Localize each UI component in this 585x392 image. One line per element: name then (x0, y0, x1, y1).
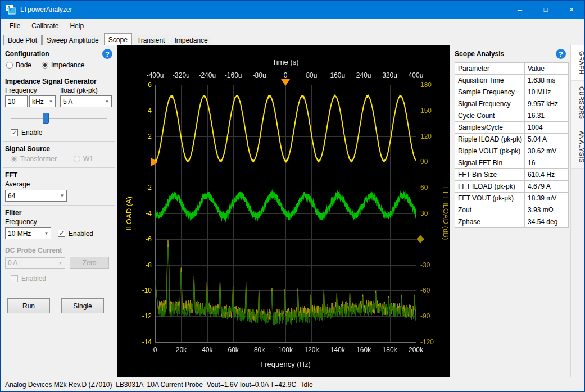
dc-probe-current-select[interactable]: 0 A ▼ (5, 257, 65, 269)
table-row: Zphase34.54 deg (455, 216, 569, 228)
chevron-down-icon: ▼ (56, 261, 65, 266)
chevron-down-icon: ▼ (47, 99, 55, 104)
app-window: LTpowerAnalyzer – □ × FileCalibrateHelp … (0, 0, 585, 392)
parameter-cell: FFT ILOAD (pk-pk) (455, 181, 525, 193)
chevron-down-icon: ▼ (42, 231, 51, 236)
dc-probe-checkbox-box (11, 275, 18, 282)
single-button[interactable]: Single (61, 298, 104, 313)
impedance-radio-circle (42, 62, 48, 69)
parameter-cell: Ripple ILOAD (pk-pk) (455, 134, 525, 145)
dc-probe-enabled-checkbox[interactable]: Enabled (11, 275, 112, 282)
signal-source-section: Signal Source Transformer W1 (1, 142, 117, 167)
menu-item-file[interactable]: File (4, 19, 26, 33)
table-row: Samples/Cycle1004 (455, 122, 569, 134)
tab-bar: Bode PlotSweep AmplitudeScopeTransientIm… (1, 33, 584, 45)
bode-radio-circle (6, 62, 13, 69)
transformer-radio-circle (11, 156, 17, 162)
parameter-cell: Cycle Count (455, 110, 525, 122)
fft-section: FFT Average 64 ▼ (1, 168, 117, 205)
app-icon (6, 4, 16, 15)
filter-checkbox-label: Enabled (69, 230, 93, 238)
table-row: Sample Frequency10 MHz (455, 86, 569, 98)
parameter-cell: Signal FFT Bin (455, 157, 525, 169)
tab-bode-plot[interactable]: Bode Plot (3, 35, 42, 45)
menu-item-calibrate[interactable]: Calibrate (26, 19, 64, 33)
frequency-input[interactable] (5, 95, 28, 107)
tab-sweep-amplitude[interactable]: Sweep Amplitude (42, 35, 103, 45)
value-cell: 10 MHz (525, 86, 569, 98)
impedance-radio-label: Impedance (51, 61, 84, 69)
scope-plot[interactable] (117, 45, 450, 378)
column-value: Value (525, 63, 569, 75)
table-row: Signal FFT Bin16 (455, 157, 569, 169)
side-tab-cursors[interactable]: CURSORS (571, 81, 585, 126)
filter-enabled-checkbox[interactable]: ✓ Enabled (58, 230, 93, 238)
parameter-cell: FFT Bin Size (455, 169, 525, 181)
enable-checkbox-box: ✓ (11, 129, 18, 136)
zero-button[interactable]: Zero (70, 257, 109, 269)
average-label: Average (5, 180, 112, 188)
filter-title: Filter (5, 209, 21, 217)
frequency-unit-select[interactable]: kHz ▼ (29, 95, 56, 107)
side-tab-analysis[interactable]: ANALYSIS (571, 125, 585, 169)
run-button-row: Run Single (7, 298, 117, 313)
bode-radio-label: Bode (16, 61, 31, 69)
menu-item-help[interactable]: Help (64, 19, 89, 33)
w1-radio-circle (74, 156, 80, 162)
maximize-button[interactable]: □ (533, 1, 559, 19)
amplitude-slider-thumb[interactable] (43, 113, 49, 124)
dc-probe-current-value: 0 A (6, 259, 56, 267)
value-cell: 16 (525, 157, 569, 169)
value-cell: 34.54 deg (525, 216, 569, 228)
impedance-generator-section: Impedance Signal Generator Frequency Ilo… (1, 74, 117, 141)
value-cell: 1.638 ms (525, 75, 569, 86)
dc-probe-section: DC Probe Current 0 A ▼ Zero Enabled (1, 243, 117, 286)
average-value: 64 (6, 192, 58, 200)
iload-label: Iload (pk-pk) (60, 86, 98, 94)
parameter-cell: Signal Frequency (455, 98, 525, 110)
scope-analysis-panel: Scope Analysis ? Parameter Value Aquisit… (450, 45, 570, 378)
run-button[interactable]: Run (7, 298, 50, 313)
value-cell: 16.31 (525, 110, 569, 122)
bode-radio[interactable]: Bode (6, 61, 31, 69)
dc-probe-title: DC Probe Current (5, 247, 62, 254)
w1-radio-label: W1 (83, 155, 93, 163)
value-cell: 5.04 A (525, 134, 569, 145)
window-title: LTpowerAnalyzer (20, 6, 72, 13)
fft-title: FFT (5, 171, 17, 179)
signal-source-title: Signal Source (5, 145, 50, 153)
generator-enable-checkbox[interactable]: ✓ Enable (11, 129, 112, 136)
configuration-help-icon[interactable]: ? (102, 49, 112, 59)
enable-checkbox-label: Enable (21, 129, 42, 136)
tab-scope[interactable]: Scope (104, 33, 132, 45)
title-bar[interactable]: LTpowerAnalyzer – □ × (1, 1, 584, 19)
amplitude-slider[interactable] (8, 112, 109, 125)
configuration-section: Configuration ? Bode Impedance (1, 45, 117, 74)
filter-frequency-select[interactable]: 10 MHz ▼ (5, 227, 51, 239)
table-row: FFT Bin Size610.4 Hz (455, 169, 569, 181)
frequency-unit-value: kHz (30, 98, 47, 106)
filter-checkbox-box: ✓ (58, 230, 65, 237)
tab-impedance[interactable]: Impedance (170, 35, 212, 45)
analysis-help-icon[interactable]: ? (556, 49, 566, 59)
value-cell: 18.39 mV (525, 193, 569, 204)
value-cell: 1004 (525, 122, 569, 134)
filter-frequency-label: Frequency (5, 218, 112, 226)
average-select[interactable]: 64 ▼ (5, 190, 67, 202)
transformer-radio[interactable]: Transformer (11, 155, 57, 163)
frequency-label: Frequency (5, 86, 60, 94)
minimize-button[interactable]: – (507, 1, 533, 19)
chevron-down-icon: ▼ (58, 193, 66, 198)
transformer-radio-label: Transformer (20, 155, 57, 163)
value-cell: 610.4 Hz (525, 169, 569, 181)
parameter-cell: Samples/Cycle (455, 122, 525, 134)
close-button[interactable]: × (559, 1, 584, 19)
side-tab-graph[interactable]: GRAPH (571, 45, 585, 81)
parameter-cell: FFT VOUT (pk-pk) (455, 193, 525, 204)
generator-title: Impedance Signal Generator (5, 78, 97, 85)
column-parameter: Parameter (455, 63, 525, 75)
tab-transient[interactable]: Transient (133, 35, 170, 45)
w1-radio[interactable]: W1 (74, 155, 93, 163)
impedance-radio[interactable]: Impedance (42, 61, 84, 69)
iload-select[interactable]: 5 A ▼ (60, 95, 112, 107)
